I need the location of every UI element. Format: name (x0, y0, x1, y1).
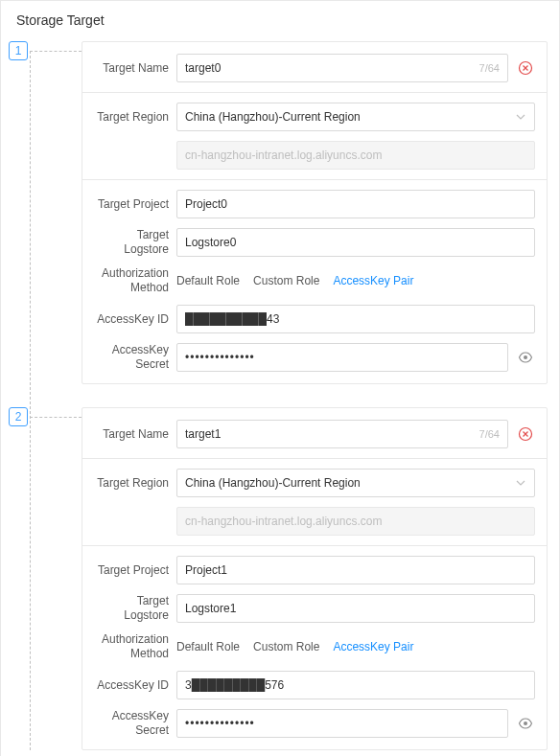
endpoint-display: cn-hangzhou-intranet.log.aliyuncs.com (176, 141, 535, 170)
auth-option-default-role[interactable]: Default Role (176, 640, 240, 653)
divider (82, 545, 547, 546)
target-logstore-label: Target Logstore (94, 594, 176, 623)
divider (82, 179, 547, 180)
toggle-secret-visibility-button[interactable] (516, 714, 535, 733)
toggle-secret-visibility-button[interactable] (516, 348, 535, 367)
auth-method-options: Default Role Custom Role AccessKey Pair (176, 640, 413, 653)
auth-option-custom-role[interactable]: Custom Role (253, 640, 319, 653)
target-card: Target Name target0 7/64 Target Region C… (82, 41, 548, 384)
eye-icon (518, 350, 533, 365)
svg-point-3 (524, 722, 527, 725)
delete-target-button[interactable] (516, 424, 535, 444)
target-name-value: target0 (185, 61, 479, 75)
ak-secret-label: AccessKey Secret (94, 709, 176, 738)
auth-method-label: Authorization Method (94, 632, 176, 661)
target-region-value: China (Hangzhou)-Current Region (185, 476, 515, 490)
node-index-badge: 1 (9, 41, 28, 60)
ak-secret-value: •••••••••••••• (185, 351, 500, 364)
target-region-select[interactable]: China (Hangzhou)-Current Region (176, 103, 535, 131)
tree-hline (30, 51, 82, 52)
target-project-value: Project1 (185, 563, 526, 577)
ak-secret-value: •••••••••••••• (185, 717, 500, 730)
target-project-label: Target Project (94, 563, 176, 578)
target-node: 2 Target Name target1 7/64 Target Region… (82, 407, 548, 750)
target-card: Target Name target1 7/64 Target Region C… (82, 407, 548, 750)
delete-icon (518, 60, 533, 76)
target-logstore-input[interactable]: Logstore1 (176, 594, 535, 623)
auth-method-options: Default Role Custom Role AccessKey Pair (176, 274, 413, 287)
char-counter: 7/64 (479, 62, 500, 74)
target-node: 1 Target Name target0 7/64 Target Region… (82, 41, 548, 384)
target-region-select[interactable]: China (Hangzhou)-Current Region (176, 469, 535, 497)
svg-point-1 (524, 355, 527, 359)
target-project-input[interactable]: Project0 (176, 190, 535, 218)
target-region-value: China (Hangzhou)-Current Region (185, 110, 515, 124)
ak-id-value: 3█████████576 (185, 678, 526, 692)
ak-secret-input[interactable]: •••••••••••••• (176, 709, 508, 738)
ak-id-input[interactable]: ██████████43 (176, 305, 535, 333)
ak-secret-label: AccessKey Secret (94, 343, 176, 372)
target-logstore-label: Target Logstore (94, 228, 176, 257)
target-project-value: Project0 (185, 197, 526, 211)
ak-id-label: AccessKey ID (94, 678, 176, 693)
auth-method-label: Authorization Method (94, 266, 176, 295)
ak-secret-input[interactable]: •••••••••••••• (176, 343, 508, 372)
target-name-label: Target Name (94, 427, 176, 442)
target-region-label: Target Region (94, 110, 176, 125)
auth-option-accesskey[interactable]: AccessKey Pair (333, 640, 413, 653)
tree-hline (30, 417, 82, 418)
target-name-input[interactable]: target1 7/64 (176, 420, 508, 448)
chevron-down-icon (515, 111, 526, 123)
target-name-label: Target Name (94, 61, 176, 76)
auth-option-default-role[interactable]: Default Role (176, 274, 240, 287)
target-logstore-value: Logstore0 (185, 236, 526, 249)
tree-vline (30, 51, 31, 750)
delete-icon (518, 426, 533, 442)
char-counter: 7/64 (479, 428, 500, 440)
divider (82, 458, 547, 459)
target-logstore-value: Logstore1 (185, 602, 526, 615)
target-project-label: Target Project (94, 197, 176, 212)
target-project-input[interactable]: Project1 (176, 556, 535, 584)
ak-id-value: ██████████43 (185, 312, 526, 326)
target-region-label: Target Region (94, 476, 176, 491)
chevron-down-icon (515, 477, 526, 489)
delete-target-button[interactable] (516, 58, 535, 78)
auth-option-custom-role[interactable]: Custom Role (253, 274, 319, 287)
target-name-input[interactable]: target0 7/64 (176, 54, 508, 82)
endpoint-value: cn-hangzhou-intranet.log.aliyuncs.com (185, 515, 526, 528)
node-index-badge: 2 (9, 407, 28, 426)
endpoint-display: cn-hangzhou-intranet.log.aliyuncs.com (176, 507, 535, 536)
target-logstore-input[interactable]: Logstore0 (176, 228, 535, 257)
eye-icon (518, 716, 533, 731)
ak-id-input[interactable]: 3█████████576 (176, 671, 535, 699)
endpoint-value: cn-hangzhou-intranet.log.aliyuncs.com (185, 149, 526, 162)
target-name-value: target1 (185, 427, 479, 441)
section-title: Storage Target (16, 12, 548, 28)
divider (82, 92, 547, 93)
auth-option-accesskey[interactable]: AccessKey Pair (333, 274, 413, 287)
ak-id-label: AccessKey ID (94, 312, 176, 327)
